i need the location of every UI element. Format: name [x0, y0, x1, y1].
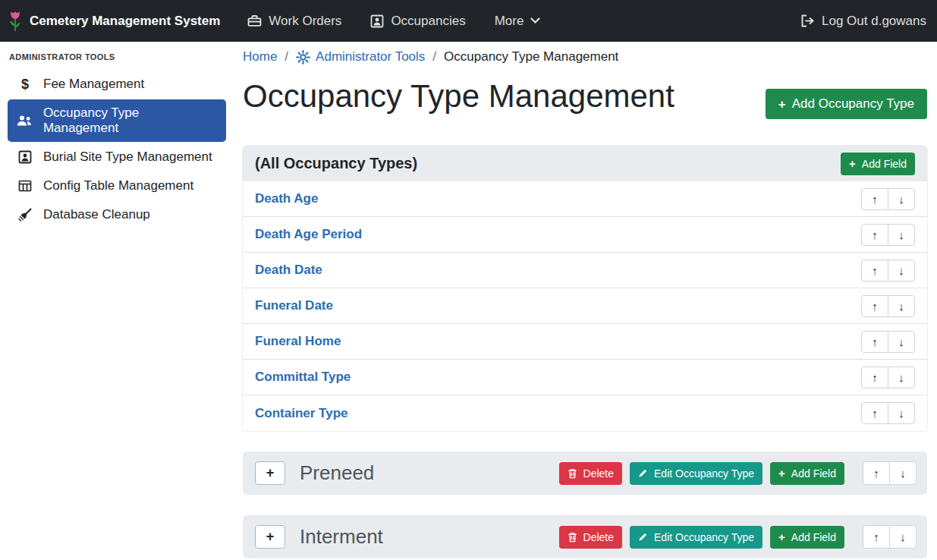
move-down-button[interactable]: ↓ — [888, 295, 915, 317]
move-up-button[interactable]: ↑ — [861, 402, 888, 424]
logout-link[interactable]: Log Out d.gowans — [800, 14, 926, 29]
section-title: Interment — [300, 525, 383, 549]
move-up-button[interactable]: ↑ — [863, 525, 890, 549]
users-icon — [17, 115, 33, 127]
field-row: Funeral Date ↑ ↓ — [243, 288, 927, 324]
field-link[interactable]: Funeral Home — [255, 334, 341, 349]
move-up-button[interactable]: ↑ — [863, 461, 890, 485]
top-navbar: Cemetery Management System Work Orders — [0, 0, 937, 42]
reorder-group: ↑ ↓ — [861, 188, 915, 210]
move-up-button[interactable]: ↑ — [861, 331, 888, 353]
field-row: Death Date ↑ ↓ — [243, 253, 927, 288]
breadcrumb: Home / Administrator Tools — [243, 49, 927, 64]
field-link[interactable]: Death Date — [255, 263, 322, 278]
reorder-group: ↑ ↓ — [863, 461, 917, 485]
page-header: Occupancy Type Management + Add Occupanc… — [243, 78, 927, 119]
reorder-group: ↑ ↓ — [861, 402, 915, 424]
reorder-group: ↑ ↓ — [861, 260, 915, 282]
delete-button[interactable]: Delete — [559, 462, 622, 485]
plus-icon: + — [778, 531, 785, 543]
gear-icon — [296, 50, 310, 64]
dollar-icon: $ — [17, 77, 33, 91]
move-up-button[interactable]: ↑ — [861, 260, 888, 282]
sidebar-item-label: Burial Site Type Management — [43, 149, 212, 165]
nav-work-orders-label: Work Orders — [269, 14, 341, 29]
move-down-button[interactable]: ↓ — [888, 224, 915, 246]
trash-icon — [568, 532, 577, 543]
section-actions: Delete Edit Occupancy Type + Add Field — [559, 525, 917, 549]
sidebar-item-label: Fee Management — [43, 77, 144, 92]
move-down-button[interactable]: ↓ — [889, 461, 917, 485]
page-title: Occupancy Type Management — [243, 78, 674, 115]
add-field-button[interactable]: + Add Field — [841, 153, 915, 175]
sidebar-item-fee-management[interactable]: $ Fee Management — [8, 71, 226, 98]
nav-occupancies[interactable]: Occupancies — [370, 14, 465, 29]
add-occupancy-type-button[interactable]: + Add Occupancy Type — [766, 89, 927, 119]
brand-title: Cemetery Management System — [30, 14, 220, 29]
field-link[interactable]: Committal Type — [255, 370, 351, 385]
move-down-button[interactable]: ↓ — [888, 331, 915, 353]
reorder-group: ↑ ↓ — [861, 295, 915, 317]
reorder-group: ↑ ↓ — [861, 331, 915, 353]
sidebar-item-database-cleanup[interactable]: Database Cleanup — [8, 201, 226, 228]
edit-occupancy-type-button[interactable]: Edit Occupancy Type — [630, 462, 762, 485]
plus-icon: + — [778, 98, 786, 111]
plus-icon: + — [849, 158, 856, 169]
pencil-icon — [638, 468, 648, 478]
move-down-button[interactable]: ↓ — [888, 188, 915, 210]
edit-occupancy-type-label: Edit Occupancy Type — [654, 467, 754, 480]
move-up-button[interactable]: ↑ — [861, 295, 888, 317]
all-occupancy-types-card: (All Occupancy Types) + Add Field Death … — [243, 146, 927, 431]
toolbox-icon — [247, 14, 262, 27]
breadcrumb-admin-tools-label: Administrator Tools — [316, 49, 425, 64]
add-field-label: Add Field — [791, 467, 836, 480]
nav-more-label: More — [495, 14, 524, 29]
move-down-button[interactable]: ↓ — [888, 260, 915, 282]
nav-work-orders[interactable]: Work Orders — [247, 14, 341, 29]
section-title: Preneed — [300, 461, 374, 485]
move-up-button[interactable]: ↑ — [861, 367, 888, 389]
sidebar-item-config-table-management[interactable]: Config Table Management — [8, 172, 226, 200]
breadcrumb-separator: / — [285, 49, 288, 64]
sidebar-item-burial-site-type-management[interactable]: Burial Site Type Management — [8, 143, 226, 171]
portrait-icon — [370, 14, 384, 28]
add-field-button[interactable]: + Add Field — [770, 526, 844, 549]
broom-icon — [17, 208, 33, 222]
add-field-button[interactable]: + Add Field — [770, 462, 844, 485]
breadcrumb-home[interactable]: Home — [243, 49, 277, 64]
brand[interactable]: Cemetery Management System — [8, 10, 220, 33]
breadcrumb-separator: / — [432, 49, 436, 64]
delete-label: Delete — [583, 531, 614, 543]
move-up-button[interactable]: ↑ — [861, 188, 888, 210]
add-occupancy-type-label: Add Occupancy Type — [792, 96, 914, 112]
nav-more[interactable]: More — [495, 14, 541, 29]
breadcrumb-current: Occupancy Type Management — [444, 49, 618, 64]
chevron-down-icon — [530, 17, 540, 24]
move-down-button[interactable]: ↓ — [889, 525, 917, 549]
move-down-button[interactable]: ↓ — [888, 402, 915, 424]
reorder-group: ↑ ↓ — [861, 224, 915, 246]
table-icon — [17, 180, 33, 192]
field-link[interactable]: Funeral Date — [255, 298, 333, 313]
field-row: Death Age Period ↑ ↓ — [243, 217, 927, 253]
pencil-icon — [638, 532, 648, 542]
reorder-group: ↑ ↓ — [863, 525, 917, 549]
move-up-button[interactable]: ↑ — [861, 224, 888, 246]
sidebar-item-label: Config Table Management — [43, 178, 193, 193]
expand-section-button[interactable]: + — [255, 461, 285, 485]
field-link[interactable]: Death Age — [255, 191, 318, 206]
expand-section-button[interactable]: + — [255, 525, 285, 549]
field-link[interactable]: Container Type — [255, 406, 347, 421]
edit-occupancy-type-label: Edit Occupancy Type — [654, 531, 754, 543]
delete-button[interactable]: Delete — [559, 526, 622, 549]
move-down-button[interactable]: ↓ — [888, 367, 915, 389]
section-actions: Delete Edit Occupancy Type + Add Field — [559, 461, 917, 485]
logout-label: Log Out d.gowans — [822, 14, 926, 29]
section-preneed: + Preneed Delete — [243, 451, 927, 495]
edit-occupancy-type-button[interactable]: Edit Occupancy Type — [630, 526, 762, 549]
sidebar-item-occupancy-type-management[interactable]: Occupancy Type Management — [8, 99, 226, 142]
section-interment: + Interment Delete — [243, 515, 927, 558]
nav-occupancies-label: Occupancies — [391, 14, 465, 29]
field-link[interactable]: Death Age Period — [255, 227, 362, 242]
breadcrumb-admin-tools[interactable]: Administrator Tools — [296, 49, 425, 64]
